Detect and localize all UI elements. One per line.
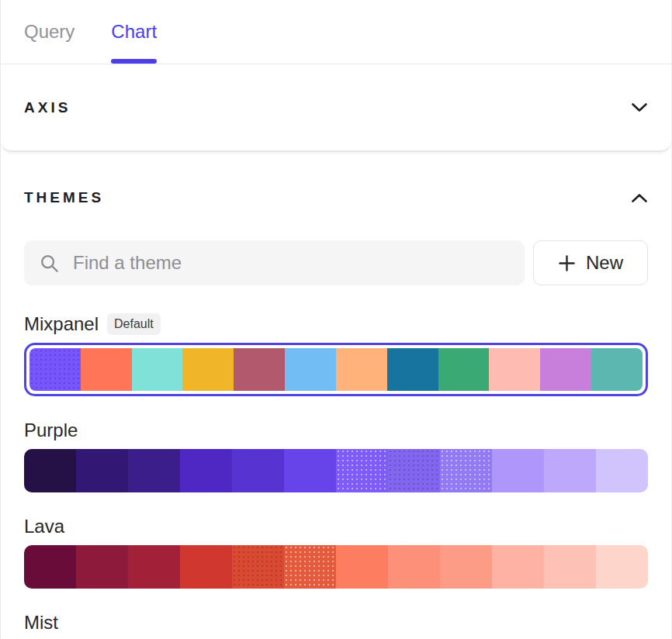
color-swatch: [388, 449, 440, 492]
themes-section-header[interactable]: THEMES: [24, 189, 648, 206]
tab-chart[interactable]: Chart: [111, 0, 157, 64]
tab-bar: Query Chart: [1, 0, 671, 64]
theme-item-mist: Mist: [24, 612, 648, 634]
color-swatch: [24, 545, 76, 589]
color-swatch: [596, 545, 648, 589]
color-swatch: [285, 348, 336, 391]
chevron-down-icon[interactable]: [631, 102, 648, 112]
theme-name: Lava: [24, 516, 64, 537]
new-theme-button-label: New: [586, 252, 623, 274]
theme-name: Mixpanel: [24, 313, 99, 335]
color-swatch: [544, 545, 596, 589]
theme-label-row: Purple: [24, 420, 648, 441]
color-swatch: [336, 545, 388, 589]
theme-label-row: Mist: [24, 612, 648, 634]
color-swatch: [388, 545, 440, 589]
theme-search-box[interactable]: [24, 240, 525, 285]
new-theme-button[interactable]: New: [533, 240, 648, 285]
color-swatch: [232, 545, 284, 589]
theme-label-row: Lava: [24, 516, 648, 537]
color-swatch: [128, 449, 180, 492]
color-swatch: [128, 545, 180, 589]
tab-query[interactable]: Query: [24, 0, 74, 64]
theme-label-row: MixpanelDefault: [24, 313, 648, 335]
color-swatch: [284, 545, 336, 589]
color-swatch: [24, 449, 76, 492]
theme-item-mixpanel: MixpanelDefault: [24, 313, 648, 396]
color-swatch: [180, 449, 232, 492]
color-swatch: [489, 348, 540, 391]
color-swatch: [232, 449, 284, 492]
color-swatch: [132, 348, 183, 391]
color-swatch: [492, 449, 544, 492]
theme-toolbar: New: [24, 240, 648, 285]
color-swatch: [180, 545, 232, 589]
plus-icon: [558, 254, 576, 272]
theme-list: MixpanelDefaultPurpleLavaMist: [24, 313, 648, 634]
color-swatch: [234, 348, 285, 391]
color-swatch: [540, 348, 591, 391]
themes-section-title: THEMES: [24, 189, 104, 206]
theme-swatch-row[interactable]: [24, 545, 648, 589]
theme-name: Mist: [24, 612, 58, 634]
color-swatch: [387, 348, 438, 391]
selected-theme-outline[interactable]: [24, 343, 648, 396]
theme-swatch-row[interactable]: [29, 348, 643, 391]
color-swatch: [440, 449, 492, 492]
axis-section-header[interactable]: AXIS: [1, 64, 671, 152]
chevron-up-icon[interactable]: [631, 193, 648, 203]
color-swatch: [438, 348, 490, 391]
color-swatch: [336, 348, 387, 391]
color-swatch: [76, 545, 128, 589]
theme-swatch-row[interactable]: [24, 449, 648, 492]
search-icon: [39, 253, 60, 274]
themes-section: THEMES New MixpanelDefaultPurpleLavaMist: [1, 155, 671, 634]
color-swatch: [284, 449, 336, 492]
color-swatch: [76, 449, 128, 492]
axis-section-title: AXIS: [24, 99, 71, 116]
color-swatch: [336, 449, 388, 492]
color-swatch: [544, 449, 596, 492]
color-swatch: [182, 348, 234, 391]
theme-item-lava: Lava: [24, 516, 648, 589]
theme-name: Purple: [24, 420, 78, 441]
color-swatch: [29, 348, 81, 391]
color-swatch: [440, 545, 492, 589]
color-swatch: [81, 348, 132, 391]
theme-search-input[interactable]: [73, 252, 510, 274]
color-swatch: [596, 449, 648, 492]
color-swatch: [492, 545, 544, 589]
theme-item-purple: Purple: [24, 420, 648, 492]
color-swatch: [591, 348, 643, 391]
default-badge: Default: [107, 313, 161, 335]
